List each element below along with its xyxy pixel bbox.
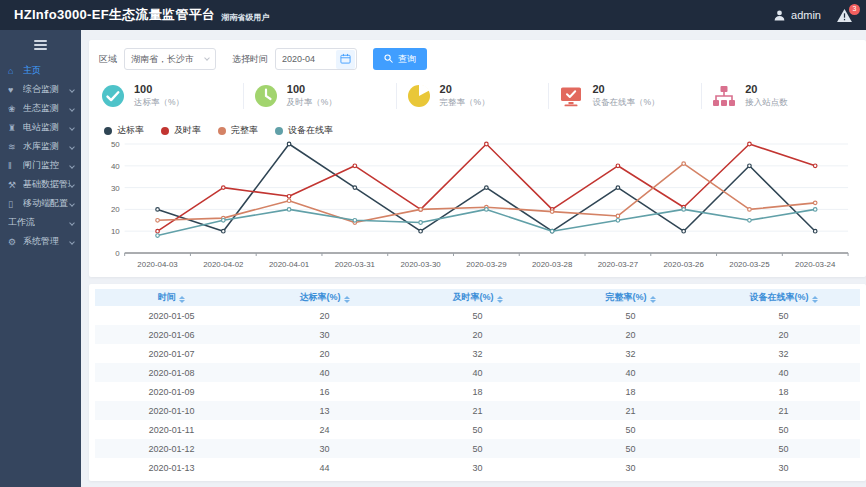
table-cell: 50 — [707, 439, 860, 458]
kpi-item: 100达标率（%） — [99, 83, 243, 109]
sort-asc-icon — [344, 296, 350, 299]
calendar-button[interactable] — [336, 50, 355, 69]
kpi-value: 100 — [287, 83, 337, 95]
sidebar-item-reservoir-monitoring[interactable]: ≋水库监测 — [0, 137, 81, 156]
table-cell: 21 — [401, 401, 554, 420]
data-table: 时间达标率(%)及时率(%)完整率(%)设备在线率(%) 2020-01-052… — [95, 289, 860, 477]
column-header-1[interactable]: 达标率(%) — [248, 289, 401, 306]
kpi-row: 100达标率（%）100及时率（%）20完整率（%）20设备在线率（%）20接入… — [99, 83, 854, 109]
column-header-3[interactable]: 完整率(%) — [554, 289, 707, 306]
table-cell: 2020-01-06 — [95, 325, 248, 344]
column-header-2[interactable]: 及时率(%) — [401, 289, 554, 306]
table-cell: 2020-01-11 — [95, 420, 248, 439]
svg-text:2020-03-27: 2020-03-27 — [598, 260, 639, 269]
column-header-label: 及时率(%) — [453, 292, 494, 302]
sidebar-item-label: 综合监测 — [23, 83, 59, 96]
search-button[interactable]: 查询 — [373, 48, 427, 70]
alert-button[interactable]: 3 — [837, 9, 852, 22]
svg-text:2020-03-24: 2020-03-24 — [795, 260, 836, 269]
legend-item-及时率[interactable]: 及时率 — [161, 124, 201, 137]
kpi-clock-icon — [254, 84, 278, 108]
table-body: 2020-01-05205050502020-01-06302020202020… — [95, 306, 860, 477]
table-cell: 2020-01-13 — [95, 458, 248, 477]
svg-text:50: 50 — [111, 140, 120, 149]
table-cell: 30 — [707, 458, 860, 477]
sidebar-item-power-station-monitoring[interactable]: ♜电站监测 — [0, 118, 81, 137]
kpi-item: 20完整率（%） — [396, 83, 549, 109]
chevron-down-icon — [204, 55, 210, 61]
sort-asc-icon — [497, 296, 503, 299]
chevron-down-icon — [69, 163, 75, 169]
app-title: HZInfo3000-EF生态流量监管平台 — [14, 6, 215, 24]
column-header-label: 完整率(%) — [606, 292, 647, 302]
kpi-value: 20 — [745, 83, 788, 95]
sidebar-item-basic-data-management[interactable]: ⚒基础数据管理 — [0, 175, 81, 194]
sidebar-item-system-management[interactable]: ⚙系统管理 — [0, 232, 81, 251]
table-cell: 44 — [248, 458, 401, 477]
table-panel: 时间达标率(%)及时率(%)完整率(%)设备在线率(%) 2020-01-052… — [89, 284, 866, 481]
sort-asc-icon — [812, 296, 818, 299]
column-header-0[interactable]: 时间 — [95, 289, 248, 306]
table-head: 时间达标率(%)及时率(%)完整率(%)设备在线率(%) — [95, 289, 860, 306]
kpi-pie-chart-icon — [407, 84, 431, 108]
table-cell: 50 — [401, 420, 554, 439]
sidebar-item-comprehensive-monitoring[interactable]: ♥综合监测 — [0, 80, 81, 99]
table-cell: 24 — [248, 420, 401, 439]
table-cell: 50 — [707, 420, 860, 439]
sidebar-item-mobile-config[interactable]: ▯移动端配置 — [0, 194, 81, 213]
table-row: 2020-01-1013212121 — [95, 401, 860, 420]
region-select-value: 湖南省，长沙市 — [131, 53, 194, 66]
sidebar-item-home[interactable]: ⌂主页 — [0, 61, 81, 80]
sort-desc-icon — [344, 300, 350, 303]
table-cell: 30 — [401, 458, 554, 477]
main-content: 区域 湖南省，长沙市 选择时间 — [81, 30, 866, 487]
chevron-down-icon — [69, 144, 75, 150]
svg-text:2020-04-03: 2020-04-03 — [137, 260, 178, 269]
sidebar-item-label: 主页 — [23, 64, 41, 77]
table-cell: 40 — [248, 363, 401, 382]
svg-text:2020-03-31: 2020-03-31 — [335, 260, 376, 269]
table-cell: 20 — [248, 306, 401, 325]
table-cell: 16 — [248, 382, 401, 401]
mobile-icon: ▯ — [8, 199, 23, 209]
topbar: HZInfo3000-EF生态流量监管平台 湖南省级用户 admin 3 — [0, 0, 866, 30]
table-cell: 32 — [401, 344, 554, 363]
column-header-label: 时间 — [158, 292, 176, 302]
legend-item-设备在线率[interactable]: 设备在线率 — [275, 124, 333, 137]
app-root: HZInfo3000-EF生态流量监管平台 湖南省级用户 admin 3 ⌂主页… — [0, 0, 866, 487]
user-menu[interactable]: admin — [773, 9, 821, 22]
sidebar: ⌂主页♥综合监测❀生态监测♜电站监测≋水库监测‖闸门监控⚒基础数据管理▯移动端配… — [0, 30, 81, 487]
svg-text:2020-04-02: 2020-04-02 — [203, 260, 244, 269]
region-select[interactable]: 湖南省，长沙市 — [124, 48, 216, 70]
svg-text:2020-03-29: 2020-03-29 — [466, 260, 507, 269]
fish-icon: ❀ — [8, 104, 23, 114]
sidebar-item-ecology-monitoring[interactable]: ❀生态监测 — [0, 99, 81, 118]
legend-item-完整率[interactable]: 完整率 — [218, 124, 258, 137]
user-icon — [773, 9, 786, 22]
sidebar-item-workflow[interactable]: 工作流 — [0, 213, 81, 232]
sidebar-item-label: 移动端配置 — [23, 197, 68, 210]
table-row: 2020-01-1230505050 — [95, 439, 860, 458]
table-cell: 21 — [554, 401, 707, 420]
station-building-icon: ♜ — [8, 123, 23, 133]
sidebar-toggle hamburger-icon[interactable] — [34, 40, 47, 50]
table-cell: 20 — [707, 325, 860, 344]
kpi-text: 20完整率（%） — [440, 83, 490, 109]
table-cell: 32 — [554, 344, 707, 363]
line-chart: 010203040502020-04-032020-04-022020-04-0… — [99, 139, 854, 275]
svg-text:2020-03-30: 2020-03-30 — [400, 260, 441, 269]
gear-icon: ⚙ — [8, 237, 23, 247]
date-input[interactable] — [282, 54, 332, 64]
app-subtitle: 湖南省级用户 — [221, 12, 269, 23]
column-header-4[interactable]: 设备在线率(%) — [707, 289, 860, 306]
table-cell: 18 — [707, 382, 860, 401]
legend-item-达标率[interactable]: 达标率 — [104, 124, 144, 137]
sidebar-item-label: 系统管理 — [23, 235, 59, 248]
sidebar-item-gate-monitoring[interactable]: ‖闸门监控 — [0, 156, 81, 175]
sidebar-item-label: 水库监测 — [23, 140, 59, 153]
svg-text:2020-03-28: 2020-03-28 — [532, 260, 573, 269]
legend-dot — [104, 127, 112, 135]
sort-asc-icon — [650, 296, 656, 299]
table-cell: 2020-01-08 — [95, 363, 248, 382]
kpi-label: 及时率（%） — [287, 97, 337, 109]
